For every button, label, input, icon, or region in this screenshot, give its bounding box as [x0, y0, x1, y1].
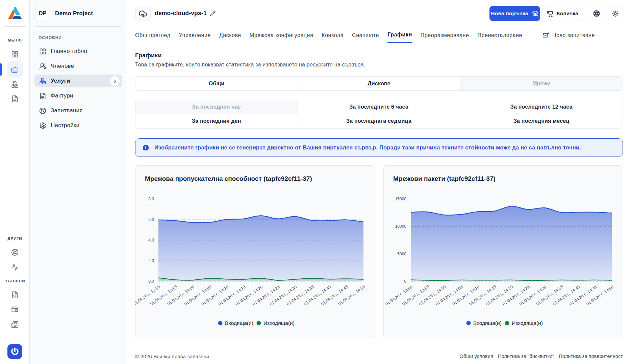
svg-text:10000: 10000	[395, 224, 407, 229]
svg-text:6.0: 6.0	[148, 217, 154, 222]
svg-text:Мрежови пакети (tapfc92cf11-37: Мрежови пакети (tapfc92cf11-37)	[393, 175, 496, 182]
svg-text:Входяща(и): Входяща(и)	[225, 320, 253, 326]
svg-text:Изходяща(и): Изходяща(и)	[263, 320, 295, 326]
svg-text:0.0: 0.0	[148, 279, 154, 284]
svg-text:15000: 15000	[395, 197, 407, 201]
svg-text:0: 0	[404, 279, 406, 284]
svg-text:Мрежова пропускателна способно: Мрежова пропускателна способност (tapfc9…	[145, 175, 312, 182]
svg-text:8.0: 8.0	[148, 197, 154, 201]
svg-text:Входяща(и): Входяща(и)	[473, 320, 502, 326]
svg-text:Изходяща(и): Изходяща(и)	[512, 320, 543, 326]
svg-text:4.0: 4.0	[148, 238, 154, 243]
svg-text:2.0: 2.0	[148, 258, 154, 263]
svg-text:01.04.26 г., 13:50: 01.04.26 г., 13:50	[135, 284, 161, 307]
svg-text:5000: 5000	[397, 252, 406, 256]
svg-text:01.04.26 г., 13:50: 01.04.26 г., 13:50	[384, 284, 413, 307]
